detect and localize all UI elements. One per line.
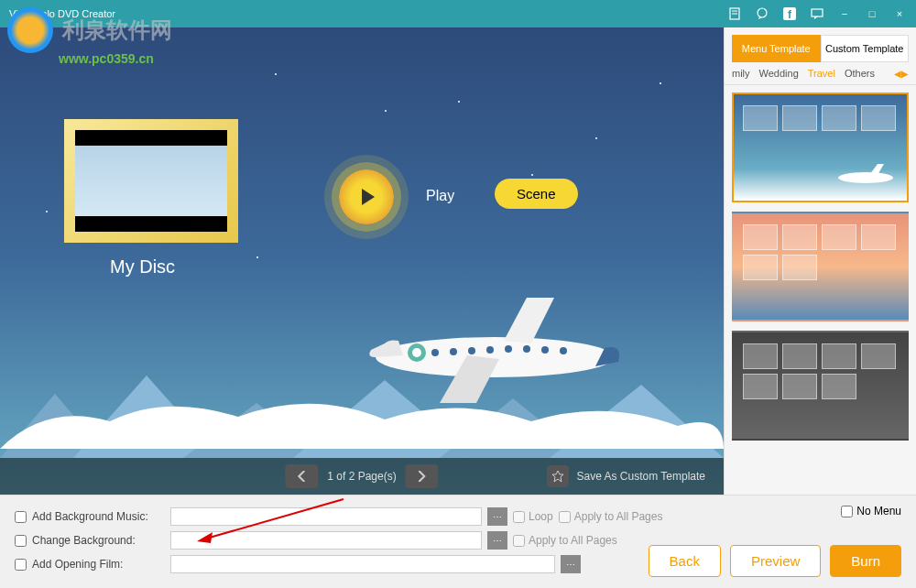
doc-icon[interactable] (727, 6, 742, 21)
disc-title[interactable]: My Disc (110, 256, 175, 278)
page-indicator: 1 of 2 Page(s) (327, 470, 396, 483)
opening-film-label: Add Opening Film: (32, 558, 165, 571)
svg-point-17 (412, 348, 421, 357)
change-bg-input[interactable] (170, 531, 482, 550)
svg-point-13 (523, 345, 530, 353)
app-title: VideoSolo DVD Creator (9, 8, 115, 19)
prev-page-button[interactable] (285, 464, 318, 488)
svg-point-3 (758, 8, 767, 17)
svg-marker-24 (552, 471, 563, 482)
save-custom-template[interactable]: Save As Custom Template (547, 465, 705, 487)
bg-music-browse-button[interactable]: ⋯ (487, 507, 507, 526)
tab-menu-template[interactable]: Menu Template (732, 35, 821, 62)
facebook-icon[interactable]: f (782, 6, 797, 21)
subtab-family[interactable]: mily (732, 68, 750, 79)
play-button[interactable] (339, 169, 394, 224)
titlebar: VideoSolo DVD Creator f − □ × (0, 0, 916, 27)
svg-point-12 (505, 345, 512, 353)
subtab-travel[interactable]: Travel (808, 68, 835, 79)
feedback-icon[interactable] (810, 6, 824, 21)
menu-preview: My Disc Play Scene (0, 27, 724, 495)
svg-point-15 (560, 347, 567, 354)
burn-button[interactable]: Burn (830, 545, 901, 577)
scene-button[interactable]: Scene (495, 179, 578, 209)
star-icon (547, 465, 569, 487)
template-thumb-2[interactable] (732, 212, 909, 321)
loop-checkbox[interactable] (513, 511, 525, 523)
minimize-icon[interactable]: − (837, 6, 852, 21)
clouds-graphic (0, 376, 724, 449)
bg-music-input[interactable] (170, 507, 482, 526)
apply-all-music-checkbox[interactable] (559, 511, 571, 523)
bg-music-label: Add Background Music: (32, 510, 165, 523)
subtab-wedding[interactable]: Wedding (759, 68, 799, 79)
svg-point-9 (450, 348, 457, 355)
svg-point-10 (468, 347, 475, 354)
svg-point-8 (431, 349, 439, 356)
tab-custom-template[interactable]: Custom Template (821, 35, 910, 62)
chat-icon[interactable] (755, 6, 769, 21)
change-bg-checkbox[interactable] (15, 535, 27, 547)
subtab-others[interactable]: Others (845, 68, 875, 79)
pager-bar: 1 of 2 Page(s) Save As Custom Template (0, 458, 724, 495)
no-menu-option[interactable]: No Menu (841, 505, 901, 517)
svg-point-11 (486, 346, 494, 354)
template-thumb-1[interactable] (732, 93, 909, 202)
svg-rect-6 (812, 9, 823, 16)
close-icon[interactable]: × (892, 6, 907, 21)
next-page-button[interactable] (406, 464, 439, 488)
template-sidebar: Menu Template Custom Template mily Weddi… (724, 27, 916, 495)
preview-button[interactable]: Preview (730, 545, 821, 577)
template-thumb-3[interactable] (732, 331, 909, 441)
no-menu-checkbox[interactable] (841, 506, 853, 517)
subtab-scroll-arrows[interactable]: ◀▶ (894, 69, 909, 79)
opening-film-checkbox[interactable] (15, 559, 27, 571)
video-thumbnail-frame[interactable] (64, 119, 238, 243)
play-label: Play (426, 188, 454, 204)
back-button[interactable]: Back (649, 545, 721, 577)
svg-point-14 (541, 346, 549, 354)
opening-film-input[interactable] (170, 555, 555, 573)
bg-music-checkbox[interactable] (15, 511, 27, 523)
apply-all-bg-checkbox[interactable] (513, 535, 525, 547)
opening-film-browse-button[interactable]: ⋯ (561, 555, 581, 573)
bottom-options-panel: Add Background Music: ⋯ Loop Apply to Al… (0, 495, 916, 588)
svg-point-25 (838, 172, 893, 183)
change-bg-label: Change Background: (32, 534, 165, 547)
maximize-icon[interactable]: □ (865, 6, 879, 21)
change-bg-browse-button[interactable]: ⋯ (487, 531, 507, 550)
